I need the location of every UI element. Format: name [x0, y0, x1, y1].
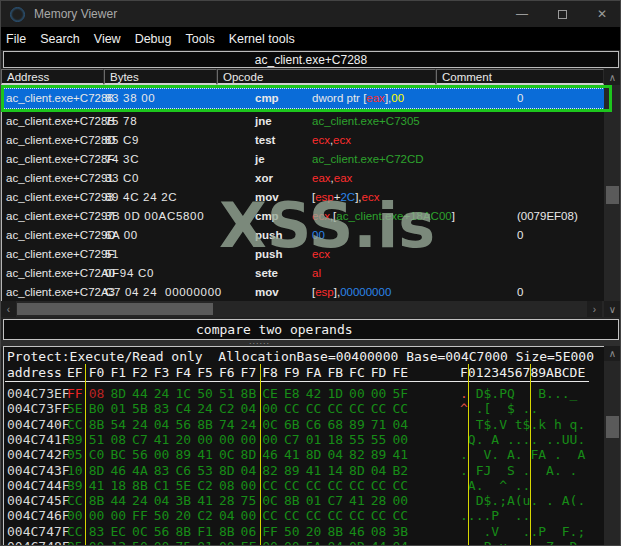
- hex-byte[interactable]: 1D: [327, 386, 343, 401]
- column-header-opcode[interactable]: Opcode: [217, 69, 436, 85]
- hex-byte[interactable]: 04: [154, 493, 170, 508]
- hex-byte[interactable]: 00: [67, 508, 83, 523]
- hex-byte[interactable]: 8D: [110, 386, 126, 401]
- hex-byte[interactable]: 24: [132, 493, 148, 508]
- hex-byte[interactable]: B0: [89, 401, 105, 416]
- hex-byte[interactable]: 41: [306, 463, 322, 478]
- hex-byte[interactable]: 5E: [176, 478, 192, 493]
- hex-byte[interactable]: 75: [241, 493, 257, 508]
- hex-byte[interactable]: 05: [67, 447, 83, 462]
- hex-byte[interactable]: 89: [176, 447, 192, 462]
- hex-byte[interactable]: C1: [154, 478, 170, 493]
- disasm-vscroll-thumb[interactable]: [606, 186, 619, 204]
- maximize-button[interactable]: [542, 1, 582, 27]
- address-bar[interactable]: ac_client.exe+C7288: [3, 51, 619, 68]
- disasm-row[interactable]: ac_client.exe+C729389 4C 24 2Cmov[esp+2C…: [2, 188, 605, 207]
- minimize-button[interactable]: —: [502, 1, 542, 27]
- hex-byte[interactable]: 00: [219, 432, 235, 447]
- disasm-row[interactable]: ac_client.exe+C729F51pushecx: [2, 245, 605, 264]
- hex-byte[interactable]: 10: [67, 463, 83, 478]
- hex-byte[interactable]: FF: [241, 539, 257, 546]
- hex-byte[interactable]: 44: [110, 493, 126, 508]
- hex-byte[interactable]: 0C: [262, 417, 278, 432]
- disasm-row[interactable]: ac_client.exe+C72A00F94 C0seteal: [2, 264, 605, 283]
- hex-byte[interactable]: 00: [393, 432, 409, 447]
- hex-byte[interactable]: 20: [176, 432, 192, 447]
- hex-byte[interactable]: 18: [110, 478, 126, 493]
- hex-byte[interactable]: 42: [306, 386, 322, 401]
- hex-byte[interactable]: 08: [89, 386, 105, 401]
- hex-byte[interactable]: CC: [371, 478, 387, 493]
- hex-byte[interactable]: 4A: [132, 463, 148, 478]
- hex-byte[interactable]: 04: [241, 463, 257, 478]
- hex-byte[interactable]: 41: [349, 493, 365, 508]
- hex-byte[interactable]: 00: [219, 539, 235, 546]
- hex-byte[interactable]: 5E: [67, 401, 83, 416]
- disasm-scroll-up-button[interactable]: ∧: [604, 69, 621, 85]
- disasm-horizontal-scrollbar[interactable]: ‹ ›: [1, 301, 604, 317]
- hex-byte[interactable]: 41: [154, 432, 170, 447]
- disasm-scroll-left-button[interactable]: ‹: [1, 301, 16, 317]
- hex-byte[interactable]: 00: [241, 478, 257, 493]
- hex-byte[interactable]: 5B: [132, 401, 148, 416]
- hex-byte[interactable]: CC: [67, 493, 83, 508]
- hex-byte[interactable]: BC: [110, 447, 126, 462]
- hex-byte[interactable]: 41: [89, 478, 105, 493]
- hex-byte[interactable]: 01: [306, 432, 322, 447]
- hex-byte[interactable]: 53: [197, 463, 213, 478]
- hex-byte[interactable]: 89: [349, 417, 365, 432]
- hex-byte[interactable]: C2: [219, 401, 235, 416]
- disasm-row[interactable]: ac_client.exe+C728F74 3Cjeac_client.exe+…: [2, 150, 605, 169]
- hex-byte[interactable]: 18: [327, 432, 343, 447]
- hex-byte[interactable]: F1: [197, 524, 213, 539]
- hex-byte[interactable]: 08: [219, 478, 235, 493]
- hex-byte[interactable]: 82: [262, 463, 278, 478]
- hex-view[interactable]: Protect:Execute/Read only AllocationBase…: [3, 346, 604, 546]
- hex-byte[interactable]: CC: [262, 508, 278, 523]
- hex-byte[interactable]: 55: [349, 432, 365, 447]
- disasm-row[interactable]: ac_client.exe+C729D6A 00push000: [2, 226, 605, 245]
- hex-vscroll-thumb[interactable]: [606, 416, 619, 438]
- hex-byte[interactable]: C0: [89, 447, 105, 462]
- hex-byte[interactable]: 00: [262, 432, 278, 447]
- hex-byte[interactable]: C2: [197, 478, 213, 493]
- hex-byte[interactable]: 20: [306, 524, 322, 539]
- hex-byte[interactable]: C2: [197, 508, 213, 523]
- hex-byte[interactable]: 8B: [219, 524, 235, 539]
- hex-byte[interactable]: E8: [284, 386, 300, 401]
- hex-byte[interactable]: 68: [327, 417, 343, 432]
- column-header-address[interactable]: Address: [1, 69, 104, 85]
- hex-byte[interactable]: 44: [371, 539, 387, 546]
- hex-byte[interactable]: 8D: [89, 463, 105, 478]
- hex-byte[interactable]: C6: [176, 463, 192, 478]
- hex-byte[interactable]: 04: [219, 508, 235, 523]
- hex-byte[interactable]: 83: [89, 524, 105, 539]
- hex-byte[interactable]: 0D: [349, 539, 365, 546]
- hex-byte[interactable]: CC: [327, 401, 343, 416]
- hex-byte[interactable]: C7: [327, 493, 343, 508]
- disasm-row[interactable]: ac_client.exe+C728883 38 00cmpdword ptr …: [2, 88, 605, 109]
- hex-byte[interactable]: CC: [393, 508, 409, 523]
- hex-byte[interactable]: 28: [371, 493, 387, 508]
- hex-byte[interactable]: 41: [393, 447, 409, 462]
- hex-byte[interactable]: 56: [154, 524, 170, 539]
- hex-byte[interactable]: 00: [262, 539, 278, 546]
- hex-byte[interactable]: CC: [393, 401, 409, 416]
- hex-byte[interactable]: CC: [349, 401, 365, 416]
- hex-byte[interactable]: CC: [67, 524, 83, 539]
- hex-byte[interactable]: 6B: [284, 417, 300, 432]
- hex-byte[interactable]: 0C: [262, 493, 278, 508]
- hex-byte[interactable]: 8D: [219, 463, 235, 478]
- hex-byte[interactable]: 41: [284, 447, 300, 462]
- hex-byte[interactable]: 55: [371, 432, 387, 447]
- hex-byte[interactable]: 8B: [241, 386, 257, 401]
- hex-byte[interactable]: CC: [284, 478, 300, 493]
- hex-byte[interactable]: 00: [241, 432, 257, 447]
- disasm-row[interactable]: ac_client.exe+C728D85 C9testecx,ecx: [2, 131, 605, 150]
- hex-byte[interactable]: 00: [241, 508, 257, 523]
- menu-kernel-tools[interactable]: Kernel tools: [229, 32, 295, 46]
- hex-byte[interactable]: 89: [284, 463, 300, 478]
- menu-debug[interactable]: Debug: [135, 32, 172, 46]
- disasm-vertical-scrollbar[interactable]: [604, 85, 621, 301]
- hex-byte[interactable]: 04: [327, 539, 343, 546]
